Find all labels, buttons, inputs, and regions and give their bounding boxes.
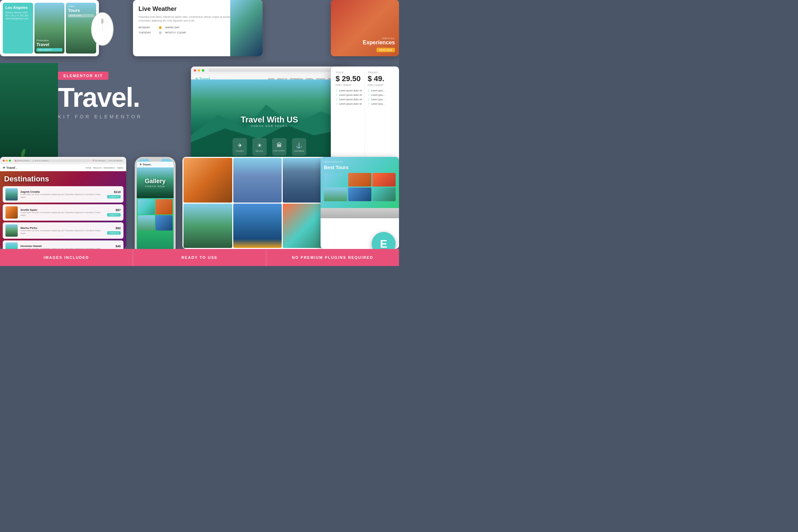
phone-hero-text: Gallery CHECK NOW <box>145 178 165 188</box>
dest-desc-machu: Lorem dolor sit amet, consectetur adipis… <box>20 230 104 235</box>
laptop-screen: Destinations Best Tours <box>321 157 399 218</box>
dest-mini-nav: ✈ Travel . Home About Us Destinations Ga… <box>0 164 126 171</box>
price-feature-t3: ✓Lorem ipsu... <box>368 98 394 101</box>
phone-hero: Gallery CHECK NOW <box>137 167 174 198</box>
dest-max <box>9 160 11 162</box>
dest-min <box>6 160 8 162</box>
tours-icon-box: ✈ TOURS <box>233 138 247 156</box>
hero-sub-text: CHECK OUR TOURS <box>241 124 298 128</box>
footer-no-plugins: NO PREMIUM PLUGINS REQUIRED <box>266 249 399 266</box>
dest-logo: ✈ Travel . <box>3 166 17 169</box>
gallery-inner <box>182 157 332 249</box>
price-feature-2: ✓Lorem ipsum dolor sit <box>336 93 362 97</box>
dest-price-area: $87 CHECK IT <box>107 208 121 217</box>
dest-thumb-zagreb <box>5 188 18 201</box>
experiences-card: CHECK ALL Experiences READ NOW <box>331 0 399 56</box>
kit-subtitle: KIT FOR ELEMENTOR <box>58 114 188 119</box>
browser-feature-icons: ✈ TOURS ☀ RELAX 🏛 CULTURAL ⚓ CRUISES <box>233 138 306 156</box>
phone-gallery <box>137 198 174 232</box>
croatia-image <box>230 0 263 56</box>
dest-price-area: $92 CHECK IT <box>107 226 121 235</box>
phone-nav: ✈ Travel . <box>137 162 174 167</box>
price-col-tour: TOUR $ 29.50 FOR 1 GUEST ✓Lorem ipsum do… <box>336 71 365 167</box>
price-feature-3: ✓Lorem ipsum dolor sit <box>336 98 362 101</box>
laptop-dest-text: Destinations <box>324 160 396 163</box>
dest-thumb-seville <box>5 206 18 219</box>
tours-icon-label: TOURS <box>236 150 243 152</box>
phone-screen: ✈ Travel . Gallery CHECK NOW <box>137 159 174 254</box>
weather-status: WARM DAY <box>165 26 180 29</box>
dest-desc-seville: Lorem dolor sit amet, consectetur adipis… <box>20 211 104 217</box>
gallery-grid <box>182 157 332 249</box>
price-amount-tour: $ 29.50 <box>336 74 362 83</box>
day-label: TUESDAY <box>138 31 156 34</box>
dest-info-honolulu: Honolulu Hawaii Lorem dolor sit amet, co… <box>20 245 104 249</box>
hero-text: Travel With US CHECK OUR TOURS <box>241 115 298 128</box>
dest-name-honolulu: Honolulu Hawaii <box>20 245 104 248</box>
laptop-img-6 <box>372 188 396 201</box>
dest-item: Seville Spain Lorem dolor sit amet, cons… <box>3 204 123 221</box>
phone-gallery-item <box>156 199 173 215</box>
svg-point-5 <box>20 148 26 157</box>
price-feature-4: ✓Lorem ipsum dolor sit <box>336 102 362 105</box>
dest-thumb-honolulu <box>5 242 18 249</box>
dest-item: Machu Pichu Lorem dolor sit amet, consec… <box>3 222 123 239</box>
pricing-grid: TOUR $ 29.50 FOR 1 GUEST ✓Lorem ipsum do… <box>336 71 394 167</box>
gallery-item-5 <box>233 204 282 248</box>
cultural-icon: 🏛 <box>277 142 282 148</box>
la-card: Los Angeles Avenue Marina 2455 NY ( US )… <box>3 3 33 54</box>
phone-mockup: ✈ Travel . Gallery CHECK NOW <box>135 157 176 256</box>
laptop-area: Destinations Best Tours E <box>321 157 399 249</box>
laptop-img-3 <box>372 173 396 187</box>
hero-main-text: Travel With US <box>241 115 298 124</box>
cruises-icon-box: ⚓ CRUISES <box>292 138 306 156</box>
relax-icon-box: ☀ RELAX <box>252 138 267 156</box>
la-city: Los Angeles <box>5 5 30 10</box>
dest-price-machu: $92 <box>116 226 121 230</box>
dest-name-zagreb: Zagreb Croatia <box>20 190 104 193</box>
dest-item: Honolulu Hawaii Lorem dolor sit amet, co… <box>3 240 123 249</box>
cruises-icon-label: CRUISES <box>294 150 304 152</box>
dest-check-machu[interactable]: CHECK IT <box>107 231 121 235</box>
pricing-card: TOUR $ 29.50 FOR 1 GUEST ✓Lorem ipsum do… <box>331 66 399 172</box>
exp-check-label: CHECK ALL <box>363 37 395 40</box>
mouse-image <box>89 7 116 48</box>
dest-info-machu: Machu Pichu Lorem dolor sit amet, consec… <box>20 226 104 235</box>
price-col-travel: TRAVEL $ 49. FOR 2 GUEST ✓Lorem ipsu... … <box>365 71 394 167</box>
cultural-icon-label: CULTURAL <box>273 150 285 152</box>
main-title: Travel. <box>58 85 188 110</box>
laptop-best-tours: Best Tours <box>324 165 396 170</box>
gallery-item-2 <box>233 158 282 203</box>
tablet-mockup-left: Los Angeles Avenue Marina 2455 NY ( US )… <box>0 0 99 56</box>
elementor-e-letter: E <box>380 238 387 249</box>
phone-logo: ✈ Travel . <box>139 163 152 166</box>
experiences-content: CHECK ALL Experiences READ NOW <box>363 37 395 52</box>
dest-info-zagreb: Zagreb Croatia Lorem dolor sit amet, con… <box>20 190 104 199</box>
destinations-title: Destinations <box>4 175 49 183</box>
dest-price-seville: $87 <box>116 208 121 212</box>
dest-nav-bar: 🔖 Booking Options ▲ Term & Conditions 📍 … <box>13 159 123 162</box>
laptop-img-grid <box>324 173 396 201</box>
relax-icon: ☀ <box>257 142 262 149</box>
dest-check-seville[interactable]: CHECK IT <box>107 213 121 217</box>
travel-promo-card: Promotion Travel ASK A QUOTE <box>34 3 65 54</box>
cultural-icon-box: 🏛 CULTURAL <box>272 138 286 156</box>
price-for-travel: FOR 2 GUEST <box>368 84 394 86</box>
footer-bar: IMAGES INCLUDED READY TO USE NO PREMIUM … <box>0 249 399 266</box>
laptop-img-2 <box>348 173 371 187</box>
la-address: Avenue Marina 2455 NY ( US ) +1 302 203 … <box>5 11 30 20</box>
dest-price-honolulu: $45 <box>116 245 121 248</box>
cruises-icon: ⚓ <box>296 142 302 149</box>
price-feature-t4: ✓Lorem ipsu... <box>368 102 394 105</box>
browser-maximize-btn <box>202 69 204 72</box>
destinations-mockup: 🔖 Booking Options ▲ Term & Conditions 📍 … <box>0 157 126 249</box>
dest-price-area: $110 CHECK IT <box>107 190 121 198</box>
footer-ready-to-use: READY TO USE <box>133 249 266 266</box>
price-for-tour: FOR 1 GUEST <box>336 84 362 86</box>
svg-point-3 <box>101 18 104 24</box>
phone-gallery-item <box>138 199 155 215</box>
hero-area: Travel With US CHECK OUR TOURS ✈ TOURS ☀… <box>191 79 348 163</box>
dest-content: Destinations Zagreb Croatia Lorem dolor … <box>0 171 126 249</box>
dest-price-zagreb: $110 <box>114 190 121 194</box>
dest-check-zagreb[interactable]: CHECK IT <box>107 195 121 198</box>
